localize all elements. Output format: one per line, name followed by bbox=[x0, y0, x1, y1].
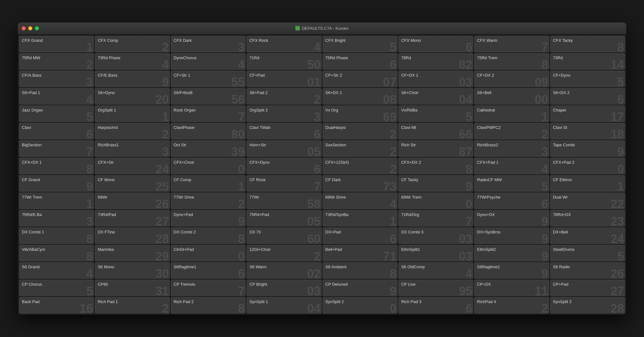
preset-cell[interactable]: Dyno+Pad9 bbox=[171, 210, 246, 226]
preset-cell[interactable]: Dyno+DX9 bbox=[474, 210, 549, 226]
preset-cell[interactable]: Vx Org69 bbox=[323, 105, 397, 122]
preset-cell[interactable]: 69Wr Trem0 bbox=[398, 193, 473, 209]
close-button[interactable] bbox=[22, 26, 26, 30]
preset-cell[interactable]: S6+Bell00 bbox=[474, 88, 549, 105]
preset-cell[interactable]: 77Wr Drive2 bbox=[171, 193, 246, 209]
preset-cell[interactable]: S6+DX 26 bbox=[550, 88, 625, 105]
preset-cell[interactable]: DX 7II60 bbox=[247, 227, 321, 244]
preset-cell[interactable]: Clavi St18 bbox=[550, 123, 625, 139]
preset-cell[interactable]: S6 Mono30 bbox=[95, 262, 170, 279]
preset-cell[interactable]: Dual Wr22 bbox=[550, 193, 625, 209]
preset-cell[interactable]: CP Detuned9 bbox=[323, 280, 397, 296]
preset-cell[interactable]: CF Mono25 bbox=[95, 175, 170, 192]
preset-cell[interactable]: Vx/RdBa5 bbox=[398, 105, 473, 122]
preset-cell[interactable]: CFX+Choir0 bbox=[171, 158, 246, 174]
preset-cell[interactable]: 73Rd/Pad27 bbox=[95, 210, 170, 226]
preset-cell[interactable]: DX Combi 303 bbox=[398, 227, 473, 244]
preset-cell[interactable]: 75Rd/E.Ba3 bbox=[19, 210, 94, 226]
preset-cell[interactable]: Rich Pad 36 bbox=[398, 297, 473, 314]
preset-cell[interactable]: 69Wr Drive4 bbox=[323, 193, 397, 209]
preset-cell[interactable]: CF+Str 207 bbox=[323, 71, 397, 87]
preset-cell[interactable]: CFX+Str24 bbox=[95, 158, 170, 174]
preset-cell[interactable]: CFX Mono6 bbox=[398, 36, 473, 52]
preset-cell[interactable]: BigSection7 bbox=[19, 140, 94, 157]
preset-cell[interactable]: ClaviPhase80 bbox=[171, 123, 246, 139]
preset-cell[interactable]: CFX Comp2 bbox=[95, 36, 170, 52]
preset-cell[interactable]: DynoChorus4 bbox=[171, 53, 246, 70]
preset-cell[interactable]: Rich Pad 28 bbox=[171, 297, 246, 314]
preset-cell[interactable]: Marimba29 bbox=[95, 245, 170, 261]
preset-cell[interactable]: 77WrPsyche6 bbox=[474, 193, 549, 209]
preset-cell[interactable]: CF/E.Bass9 bbox=[95, 71, 170, 87]
preset-cell[interactable]: SynSplit 20 bbox=[323, 297, 397, 314]
preset-cell[interactable]: OrgSplit 11 bbox=[95, 105, 170, 122]
preset-cell[interactable]: SteelDrums5 bbox=[550, 245, 625, 261]
preset-cell[interactable]: CFX+Pad 14 bbox=[474, 158, 549, 174]
preset-cell[interactable]: DX+Pad6 bbox=[323, 227, 397, 244]
preset-cell[interactable]: CFX+12StrG2 bbox=[323, 158, 397, 174]
preset-cell[interactable]: CF Tacky9 bbox=[398, 175, 473, 192]
preset-cell[interactable]: Bell+Pad71 bbox=[323, 245, 397, 261]
preset-cell[interactable]: S6/FrtlssB56 bbox=[171, 88, 246, 105]
maximize-button[interactable] bbox=[35, 26, 39, 30]
preset-cell[interactable]: CP+DX11 bbox=[474, 280, 549, 296]
preset-cell[interactable]: Clavi Mt66 bbox=[398, 123, 473, 139]
preset-cell[interactable]: CFX Bright5 bbox=[323, 36, 397, 52]
preset-cell[interactable]: 75Rd MW2 bbox=[19, 53, 94, 70]
preset-cell[interactable]: SaxSection2 bbox=[323, 140, 397, 157]
preset-cell[interactable]: CP Chorus5 bbox=[19, 280, 94, 296]
preset-cell[interactable]: RichPad 42 bbox=[474, 297, 549, 314]
preset-cell[interactable]: 77Wr Trem1 bbox=[19, 193, 94, 209]
preset-cell[interactable]: 78Rd82 bbox=[398, 53, 473, 70]
preset-cell[interactable]: Rich Str87 bbox=[398, 140, 473, 157]
preset-cell[interactable]: Jazz Organ5 bbox=[19, 105, 94, 122]
preset-cell[interactable]: Rock Organ7 bbox=[171, 105, 246, 122]
preset-cell[interactable]: RichBrass23 bbox=[474, 140, 549, 157]
preset-cell[interactable]: S6+DX 108 bbox=[323, 88, 397, 105]
preset-cell[interactable]: EthnSplit103 bbox=[398, 245, 473, 261]
preset-cell[interactable]: CF Rock7 bbox=[247, 175, 321, 192]
preset-cell[interactable]: Rich Pad 12 bbox=[95, 297, 170, 314]
preset-cell[interactable]: CFX Grand1 bbox=[19, 36, 94, 52]
preset-cell[interactable]: CFX+DX 18 bbox=[19, 158, 94, 174]
preset-cell[interactable]: Oct Str39 bbox=[171, 140, 246, 157]
preset-cell[interactable]: 77Wr58 bbox=[247, 193, 321, 209]
preset-cell[interactable]: DX Combi 18 bbox=[19, 227, 94, 244]
preset-cell[interactable]: SynSplit 104 bbox=[247, 297, 321, 314]
preset-cell[interactable]: CFX Tacky8 bbox=[550, 36, 625, 52]
preset-cell[interactable]: CFX+Pad 20 bbox=[550, 158, 625, 174]
preset-cell[interactable]: S6 Warm02 bbox=[247, 262, 321, 279]
preset-cell[interactable]: Cathedral1 bbox=[474, 105, 549, 122]
preset-cell[interactable]: CF+DX 103 bbox=[398, 71, 473, 87]
preset-cell[interactable]: Horn+Str05 bbox=[247, 140, 321, 157]
preset-cell[interactable]: S6+Pad 14 bbox=[19, 88, 94, 105]
preset-cell[interactable]: CF Comp1 bbox=[171, 175, 246, 192]
preset-cell[interactable]: CF/A.Bass3 bbox=[19, 71, 94, 87]
preset-cell[interactable]: S6+Pad 22 bbox=[247, 88, 321, 105]
preset-cell[interactable]: ClnGt+Pad0 bbox=[171, 245, 246, 261]
preset-cell[interactable]: EthnSplit29 bbox=[474, 245, 549, 261]
preset-cell[interactable]: 73Rd/SynBa1 bbox=[323, 210, 397, 226]
preset-cell[interactable]: Clavi6 bbox=[19, 123, 94, 139]
preset-cell[interactable]: CFX+Dyno6 bbox=[247, 158, 321, 174]
preset-cell[interactable]: 78Rd+DX23 bbox=[550, 210, 625, 226]
preset-cell[interactable]: Back Pad16 bbox=[19, 297, 94, 314]
preset-cell[interactable]: DX+SynBrss9 bbox=[474, 227, 549, 244]
preset-cell[interactable]: Tape Combi9 bbox=[550, 140, 625, 157]
preset-cell[interactable]: CP Live95 bbox=[398, 280, 473, 296]
minimize-button[interactable] bbox=[28, 26, 32, 30]
preset-cell[interactable]: RadioCF MW5 bbox=[474, 175, 549, 192]
preset-cell[interactable]: S6 OldComp4 bbox=[398, 262, 473, 279]
preset-cell[interactable]: 12Gt+Choir2 bbox=[247, 245, 321, 261]
preset-cell[interactable]: CF+Pad01 bbox=[247, 71, 321, 87]
preset-cell[interactable]: Harpsichrd2 bbox=[95, 123, 170, 139]
preset-cell[interactable]: CP+Pad27 bbox=[550, 280, 625, 296]
preset-cell[interactable]: DX+Bell24 bbox=[550, 227, 625, 244]
preset-cell[interactable]: OrgSplit 23 bbox=[247, 105, 321, 122]
preset-cell[interactable]: S6Ragtime16 bbox=[171, 262, 246, 279]
preset-cell[interactable]: ClaviPWFC22 bbox=[474, 123, 549, 139]
preset-cell[interactable]: S6+Dyno20 bbox=[95, 88, 170, 105]
preset-cell[interactable]: CFX Rock4 bbox=[247, 36, 321, 52]
preset-cell[interactable]: S6 Radio26 bbox=[550, 262, 625, 279]
preset-cell[interactable]: S6 Grand4 bbox=[19, 262, 94, 279]
